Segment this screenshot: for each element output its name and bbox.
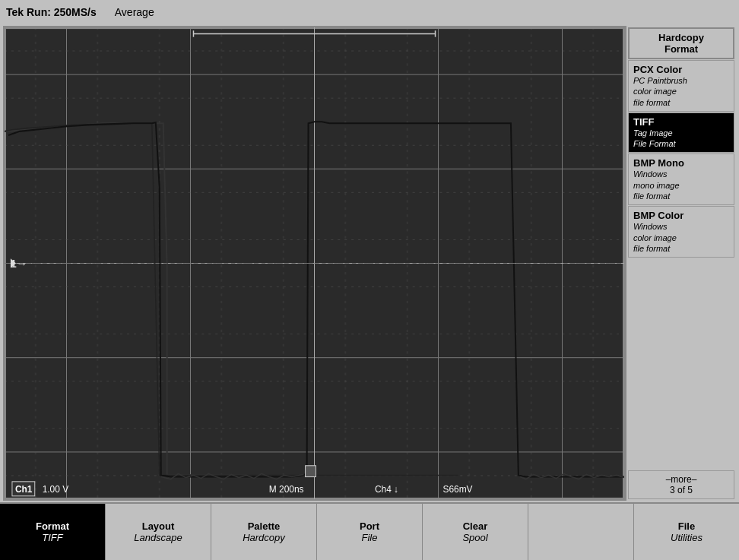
toolbar-btn-port-label: Port xyxy=(360,520,379,532)
svg-rect-17 xyxy=(306,466,316,477)
run-status: Tek Run: 250MS/s xyxy=(6,6,97,18)
menu-item-bmp-color-desc: Windowscolor imagefile format xyxy=(633,221,729,254)
scope-display: 1→ Ch1 1.00 V M 200ns Ch4 ↓ S66mV xyxy=(3,26,626,501)
toolbar-btn-clear-value: Spool xyxy=(462,532,487,543)
toolbar-btn-file-label: File xyxy=(678,520,695,532)
menu-item-tiff-desc: Tag ImageFile Format xyxy=(633,128,729,150)
menu-item-pcx-title: PCX Color xyxy=(633,64,729,75)
more-text: –more–3 of 5 xyxy=(666,474,697,495)
toolbar-btn-port[interactable]: Port File xyxy=(317,504,423,560)
right-panel: HardcopyFormat PCX Color PC Paintbrushco… xyxy=(626,26,736,501)
menu-item-tiff[interactable]: TIFF Tag ImageFile Format xyxy=(628,112,734,153)
panel-header-text: HardcopyFormat xyxy=(658,32,704,55)
toolbar-btn-layout[interactable]: Layout Landscape xyxy=(106,504,211,560)
panel-header: HardcopyFormat xyxy=(628,27,734,59)
toolbar-btn-clear-spool[interactable]: Clear Spool xyxy=(423,504,528,560)
svg-text:Ch4 ↓: Ch4 ↓ xyxy=(375,483,398,494)
scope-grid: 1→ Ch1 1.00 V M 200ns Ch4 ↓ S66mV xyxy=(5,27,624,499)
toolbar-btn-palette-value: Hardcopy xyxy=(243,532,285,543)
menu-item-pcx-color[interactable]: PCX Color PC Paintbrushcolor imagefile f… xyxy=(628,60,734,112)
more-indicator[interactable]: –more–3 of 5 xyxy=(628,470,734,499)
toolbar-btn-file-value: Utilities xyxy=(671,532,703,543)
menu-item-tiff-title: TIFF xyxy=(633,116,729,128)
svg-text:M 200ns: M 200ns xyxy=(269,483,304,494)
toolbar-btn-format-value: TIFF xyxy=(42,532,62,543)
svg-text:1.00 V: 1.00 V xyxy=(43,483,69,494)
toolbar-btn-format[interactable]: Format TIFF xyxy=(0,504,106,560)
menu-item-bmp-color[interactable]: BMP Color Windowscolor imagefile format xyxy=(628,206,734,258)
menu-item-pcx-desc: PC Paintbrushcolor imagefile format xyxy=(633,75,729,108)
toolbar-btn-palette-label: Palette xyxy=(248,520,281,532)
menu-item-bmp-mono[interactable]: BMP Mono Windowsmono imagefile format xyxy=(628,153,734,205)
svg-text:S66mV: S66mV xyxy=(442,483,473,494)
main-container: Tek Run: 250MS/s Average xyxy=(0,0,739,560)
toolbar-btn-format-label: Format xyxy=(36,520,69,532)
menu-item-bmp-mono-desc: Windowsmono imagefile format xyxy=(633,169,729,201)
toolbar-btn-clear-label: Clear xyxy=(463,520,488,532)
toolbar-btn-layout-label: Layout xyxy=(142,520,175,532)
toolbar-btn-palette[interactable]: Palette Hardcopy xyxy=(211,504,317,560)
content-area: 1→ Ch1 1.00 V M 200ns Ch4 ↓ S66mV Hardco… xyxy=(0,24,739,502)
average-mode: Average xyxy=(115,6,154,18)
menu-item-bmp-mono-title: BMP Mono xyxy=(633,157,729,169)
toolbar-btn-file-utilities[interactable]: File Utilities xyxy=(634,504,739,560)
toolbar: Format TIFF Layout Landscape Palette Har… xyxy=(0,502,739,560)
toolbar-btn-layout-value: Landscape xyxy=(134,532,182,543)
svg-text:Ch1: Ch1 xyxy=(15,483,33,494)
status-bar: Tek Run: 250MS/s Average xyxy=(0,0,739,24)
toolbar-btn-port-value: File xyxy=(362,532,378,543)
menu-item-bmp-color-title: BMP Color xyxy=(633,210,729,221)
toolbar-btn-empty xyxy=(528,504,634,560)
